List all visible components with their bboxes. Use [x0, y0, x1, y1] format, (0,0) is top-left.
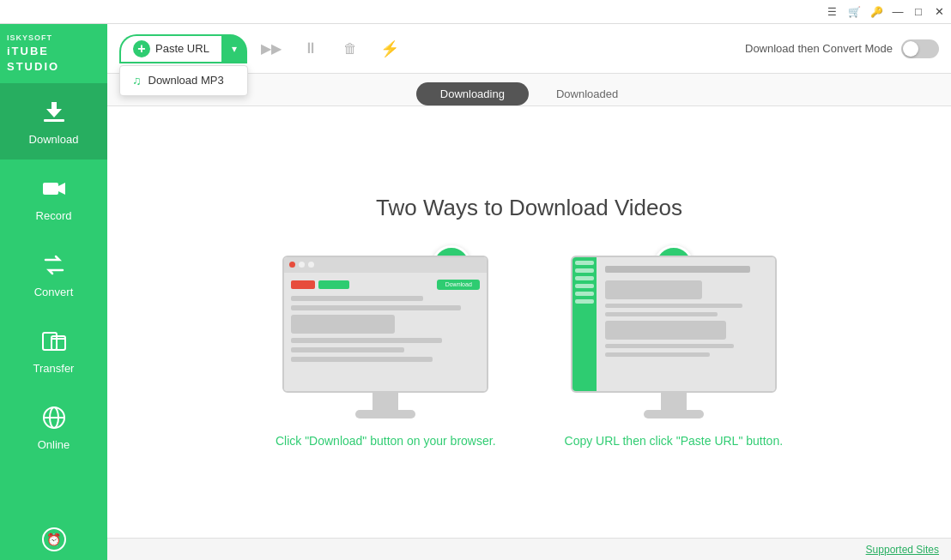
- download-icon: [39, 97, 70, 128]
- svg-rect-0: [44, 119, 64, 122]
- monitor-stand-2: [661, 393, 687, 410]
- sidebar-item-record[interactable]: Record: [0, 160, 107, 236]
- paste-url-group: + Paste URL ▾ ♫ Download MP3: [119, 34, 247, 63]
- lightning-button[interactable]: ⚡: [374, 33, 405, 64]
- cards-row: Download: [276, 256, 783, 450]
- browser-mock-1: Download: [284, 257, 487, 391]
- maximize-button[interactable]: □: [912, 5, 925, 19]
- minimize-button[interactable]: —: [891, 5, 905, 19]
- line4: [291, 347, 404, 352]
- transfer-icon: [39, 326, 70, 357]
- card-browser-download: Download: [276, 256, 496, 450]
- monitor-base-2: [644, 410, 704, 418]
- delete-button[interactable]: 🗑: [335, 33, 366, 64]
- browser-dot-red: [289, 262, 295, 268]
- forward-button[interactable]: ▶▶: [256, 33, 287, 64]
- sidebar-label-online: Online: [38, 438, 70, 451]
- paste-url-dropdown-button[interactable]: ▾: [221, 34, 247, 63]
- app-name: iTUBE STUDIO: [7, 44, 100, 75]
- main-content: + Paste URL ▾ ♫ Download MP3 ▶▶ ⏸ 🗑 ⚡ Do…: [107, 24, 951, 560]
- download-mp3-item[interactable]: ♫ Download MP3: [120, 66, 247, 95]
- browser-dot-gray1: [299, 262, 305, 268]
- tab-downloaded[interactable]: Downloaded: [532, 82, 642, 105]
- close-button[interactable]: ✕: [932, 5, 946, 19]
- monitor-2: [571, 256, 777, 393]
- line3: [291, 338, 442, 343]
- browser-dot-gray2: [308, 262, 314, 268]
- svg-marker-3: [58, 183, 65, 195]
- content-title: Two Ways to Download Videos: [376, 195, 682, 221]
- title-bar: ☰ 🛒 🔑 — □ ✕: [0, 0, 951, 24]
- toolbar-right: Download then Convert Mode: [745, 39, 939, 58]
- line2: [291, 305, 461, 310]
- mode-label: Download then Convert Mode: [745, 42, 893, 55]
- monitor-container-2: +: [571, 256, 777, 418]
- monitor-container-1: Download: [282, 256, 488, 418]
- sidebar-item-convert[interactable]: Convert: [0, 236, 107, 312]
- cart-icon[interactable]: 🛒: [846, 4, 862, 20]
- monitor-1: Download: [282, 256, 488, 393]
- line1: [291, 296, 423, 301]
- content-mock: [597, 257, 775, 365]
- card2-text: Copy URL then click "Paste URL" button.: [565, 432, 784, 450]
- paste-url-button[interactable]: + Paste URL: [119, 34, 221, 63]
- key-icon[interactable]: 🔑: [869, 4, 884, 20]
- convert-icon: [39, 250, 70, 280]
- svg-marker-1: [46, 102, 62, 117]
- toggle-knob: [903, 41, 918, 57]
- browser-topbar-1: [284, 257, 487, 273]
- sidebar-item-online[interactable]: Online: [0, 388, 107, 465]
- sidebar-mock: [572, 257, 597, 391]
- sidebar-label-convert: Convert: [34, 286, 74, 298]
- sidebar-label-download: Download: [29, 133, 79, 146]
- app-container: ISKYSOFT iTUBE STUDIO Download Record: [0, 24, 951, 560]
- download-mp3-label: Download MP3: [148, 74, 224, 87]
- footer: Supported Sites: [107, 538, 951, 560]
- supported-sites-link[interactable]: Supported Sites: [866, 544, 939, 556]
- svg-rect-2: [43, 183, 58, 195]
- content-area: Two Ways to Download Videos: [107, 106, 951, 538]
- mode-toggle[interactable]: [901, 39, 939, 58]
- toolbar: + Paste URL ▾ ♫ Download MP3 ▶▶ ⏸ 🗑 ⚡ Do…: [107, 24, 951, 74]
- music-icon: ♫: [132, 74, 142, 87]
- hamburger-icon[interactable]: ☰: [824, 4, 839, 20]
- tab-downloading[interactable]: Downloading: [416, 82, 529, 105]
- browser-mock-2: [572, 257, 775, 391]
- browser-body-1: Download: [284, 273, 487, 369]
- brand-label: ISKYSOFT: [7, 33, 100, 44]
- sidebar-item-transfer[interactable]: Transfer: [0, 312, 107, 388]
- sidebar: ISKYSOFT iTUBE STUDIO Download Record: [0, 24, 107, 560]
- card-paste-url: +: [565, 256, 784, 450]
- sidebar-bottom: ⏰: [0, 519, 107, 560]
- pause-button[interactable]: ⏸: [295, 33, 326, 64]
- plus-circle-icon: +: [133, 40, 150, 57]
- monitor-base-1: [355, 410, 415, 418]
- clock-icon[interactable]: ⏰: [42, 527, 66, 551]
- block1: [291, 315, 395, 334]
- monitor-stand-1: [373, 393, 398, 410]
- title-bar-icons: ☰ 🛒 🔑 — □ ✕: [824, 4, 946, 20]
- online-icon: [39, 402, 70, 433]
- card1-text: Click "Download" button on your browser.: [276, 432, 496, 450]
- dropdown-menu: ♫ Download MP3: [119, 65, 248, 96]
- app-logo: ISKYSOFT iTUBE STUDIO: [0, 24, 107, 83]
- sidebar-item-download[interactable]: Download: [0, 83, 107, 160]
- line5: [291, 357, 433, 362]
- record-icon: [39, 173, 70, 204]
- sidebar-label-record: Record: [36, 209, 72, 222]
- sidebar-label-transfer: Transfer: [33, 362, 75, 375]
- paste-url-label: Paste URL: [155, 42, 209, 55]
